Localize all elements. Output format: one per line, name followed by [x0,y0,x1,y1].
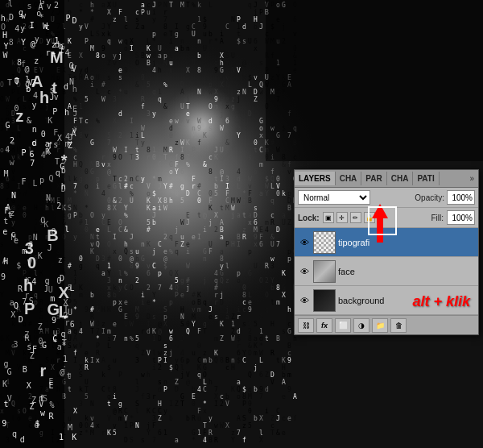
arrow-up-icon [372,204,388,218]
annotation-text: alt + klik [412,293,470,309]
layer-thumbnail-tipografi [313,231,336,254]
trash-button[interactable]: 🗑 [390,318,407,333]
layer-visibility-background[interactable]: 👁 [298,294,311,307]
opacity-input[interactable] [447,190,475,205]
lock-label: Lock: [298,214,320,222]
tab-cha1[interactable]: CHA [336,172,362,185]
arrow-stem [377,218,383,243]
link-button[interactable]: ⛓ [298,318,314,333]
layer-thumbnail-face [313,260,336,283]
lock-edit-icon[interactable]: ✏ [350,212,361,223]
fill-input[interactable] [447,210,475,225]
arrow-overlay [372,204,388,243]
tab-pati[interactable]: PATI [413,172,439,185]
tab-cha2[interactable]: CHA [387,172,414,185]
panel-tabs: LAYERS CHA PAR CHA PATI » [295,170,478,188]
tab-par[interactable]: PAR [361,172,386,185]
blend-mode-select[interactable]: Normal Dissolve Multiply Screen Overlay [298,190,370,205]
panel-toolbar: ⛓ fx ⬜ ◑ 📁 🗑 [295,315,478,334]
layer-name-tipografi: tipografi [338,238,475,247]
tab-layers[interactable]: LAYERS [295,172,336,185]
opacity-label: Opacity: [415,193,444,202]
fx-button[interactable]: fx [316,318,332,333]
fill-label: Fill: [431,214,444,222]
layer-thumbnail-background [313,289,336,312]
thumb-pattern [314,232,335,253]
lock-icons: ▣ ✛ ✏ 🔒 [323,212,375,223]
lock-move-icon[interactable]: ✛ [336,212,348,223]
mask-button[interactable]: ⬜ [335,318,351,333]
layer-visibility-face[interactable]: 👁 [298,265,311,278]
layer-name-face: face [338,267,475,276]
layers-panel: LAYERS CHA PAR CHA PATI » Normal Dissolv… [294,169,479,335]
lock-pixels-icon[interactable]: ▣ [323,212,334,223]
annotation: alt + klik [412,293,470,310]
adjustment-button[interactable]: ◑ [353,318,369,333]
layer-visibility-tipografi[interactable]: 👁 [298,236,311,249]
layer-row-face[interactable]: 👁 face [295,257,478,286]
folder-button[interactable]: 📁 [372,318,388,333]
panel-more-button[interactable]: » [465,172,478,185]
main-container: LAYERS CHA PAR CHA PATI » Normal Dissolv… [0,0,483,448]
